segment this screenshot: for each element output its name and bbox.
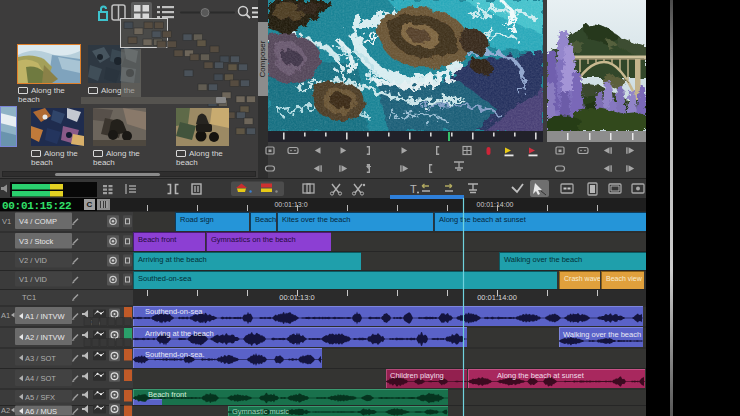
svg-text:V2 / VID: V2 / VID — [19, 256, 48, 265]
svg-text:A4 / SOT: A4 / SOT — [25, 374, 56, 383]
svg-text:V4 / COMP: V4 / COMP — [19, 217, 57, 226]
svg-text:TC1: TC1 — [22, 293, 36, 302]
svg-text:A2: A2 — [1, 406, 10, 415]
svg-text:A2 / INTVW: A2 / INTVW — [25, 333, 66, 342]
svg-text:A5 / SFX: A5 / SFX — [25, 393, 55, 402]
svg-text:V1 / VID: V1 / VID — [19, 275, 48, 284]
svg-text:V1: V1 — [2, 217, 11, 226]
svg-text:A3 / SOT: A3 / SOT — [25, 354, 56, 363]
svg-text:A6 / MUS: A6 / MUS — [25, 407, 57, 416]
svg-text:V3 / Stock: V3 / Stock — [19, 237, 53, 246]
svg-text:A1 / INTVW: A1 / INTVW — [25, 312, 66, 321]
svg-text:A1: A1 — [1, 311, 10, 320]
